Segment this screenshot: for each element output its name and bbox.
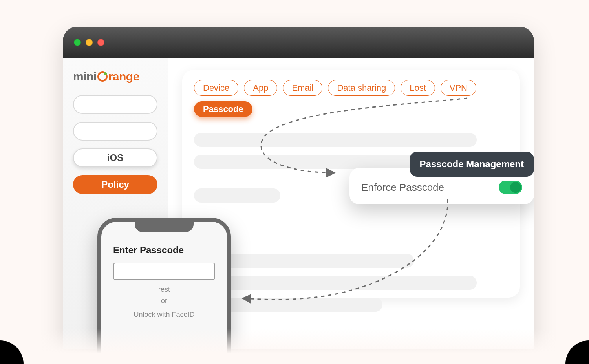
chip-vpn[interactable]: VPN — [441, 80, 476, 96]
enforce-passcode-row: Enforce Passcode — [361, 181, 522, 194]
chip-passcode[interactable]: Passcode — [194, 101, 252, 117]
traffic-light-close-icon[interactable] — [74, 39, 81, 46]
placeholder-row — [194, 188, 280, 203]
policy-category-chips: Device App Email Data sharing Lost VPN P… — [194, 80, 508, 117]
divider-line — [113, 301, 157, 301]
chip-label: Lost — [410, 83, 426, 93]
phone-reset-link[interactable]: rest — [113, 285, 215, 294]
corner-mask — [565, 340, 589, 364]
logo-prefix: mini — [73, 70, 97, 83]
policy-panel: Device App Email Data sharing Lost VPN P… — [182, 70, 520, 298]
passcode-popup: Passcode Management Enforce Passcode — [349, 168, 534, 204]
chip-label: Email — [292, 83, 313, 93]
divider-label: or — [161, 297, 167, 305]
sidebar-item-label: iOS — [107, 152, 123, 163]
chip-label: Passcode — [203, 104, 243, 114]
chip-lost[interactable]: Lost — [401, 80, 435, 96]
chip-email[interactable]: Email — [283, 80, 322, 96]
phone-faceid-link[interactable]: Unlock with FaceID — [113, 311, 215, 319]
placeholder-row — [194, 276, 477, 290]
divider-line — [171, 301, 215, 301]
chip-device[interactable]: Device — [194, 80, 238, 96]
sidebar-item-label: Policy — [101, 179, 129, 190]
chip-label: VPN — [450, 83, 467, 93]
phone-divider: or — [113, 297, 215, 305]
passcode-input[interactable] — [113, 263, 215, 280]
popup-title: Passcode Management — [410, 152, 534, 177]
sidebar-item-policy[interactable]: Policy — [73, 175, 157, 194]
sidebar-item-blank-2[interactable] — [73, 122, 157, 141]
placeholder-row — [194, 155, 414, 169]
sidebar-item-blank-1[interactable] — [73, 95, 157, 114]
chip-label: Device — [203, 83, 229, 93]
chip-data-sharing[interactable]: Data sharing — [328, 80, 395, 96]
enforce-passcode-label: Enforce Passcode — [361, 181, 444, 194]
chip-label: Data sharing — [337, 83, 386, 93]
logo-ring-icon — [97, 71, 108, 82]
placeholder-row — [194, 133, 477, 147]
sidebar-item-ios[interactable]: iOS — [73, 148, 157, 167]
phone-mockup: Enter Passcode rest or Unlock with FaceI… — [97, 218, 231, 364]
traffic-light-minimize-icon[interactable] — [86, 39, 93, 46]
window-titlebar — [63, 27, 534, 58]
logo-suffix: range — [108, 70, 139, 83]
corner-mask — [0, 340, 24, 364]
traffic-light-zoom-icon[interactable] — [97, 39, 104, 46]
phone-notch-icon — [135, 221, 194, 232]
enforce-passcode-toggle[interactable] — [499, 181, 522, 194]
chip-app[interactable]: App — [244, 80, 277, 96]
brand-logo: minirange — [73, 70, 157, 83]
chip-label: App — [253, 83, 268, 93]
phone-title: Enter Passcode — [113, 245, 215, 256]
